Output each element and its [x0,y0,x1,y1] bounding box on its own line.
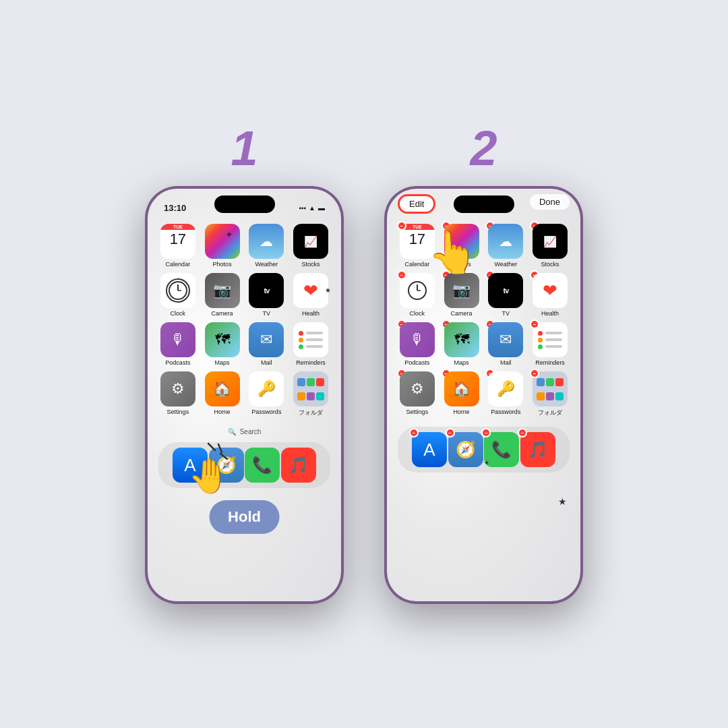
app-settings[interactable]: ⚙ Settings [158,371,198,417]
home-label: Home [214,408,231,415]
health-wrapper-2: − ❤ [533,273,568,308]
step1-wrapper: 1 13:10 ▪▪▪ ▲ ▬ ✦ ★ [145,124,344,604]
tv-wrapper-2: − tv [488,273,523,308]
app2-camera[interactable]: − 📷 Camera [442,273,481,317]
photos-label: Photos [213,261,232,268]
app-reminders[interactable]: Reminders [291,322,330,366]
tv-label: TV [263,310,271,317]
clock-face [166,278,190,303]
weather-label: Weather [255,261,278,268]
dock-phone[interactable]: 📞 [245,448,280,483]
wiggle-dot-cal: − [397,221,406,231]
clock-label: Clock [171,310,186,317]
reminder-bar-2 [306,338,323,341]
reminder-bar-1 [306,332,323,334]
dock-music[interactable]: 🎵 [281,448,316,483]
app-clock[interactable]: Clock [158,273,198,317]
app2-tv[interactable]: − tv TV [487,273,526,317]
sparkle-1: ✦ [225,229,233,240]
stocks-icon: 📈 [293,224,328,259]
done-button[interactable]: Done [530,194,570,210]
app2-clock[interactable]: − Clock [398,273,437,317]
dynamic-island-1 [214,195,275,213]
svg-line-4 [218,444,222,452]
hold-button[interactable]: Hold [209,500,280,534]
folder-label: フォルダ [299,408,323,417]
app2-reminders[interactable]: − [530,322,570,366]
settings-label: Settings [167,408,189,415]
tv-icon: tv [249,273,284,308]
app-passwords[interactable]: 🔑 Passwords [247,371,286,417]
app-podcasts[interactable]: 🎙 Podcasts [158,322,198,366]
phone1-screen: 13:10 ▪▪▪ ▲ ▬ ✦ ★ TUE 17 [148,189,341,601]
dock2-phone[interactable]: 📞 [484,432,519,467]
clock-icon [160,273,195,308]
clock-svg [168,280,188,301]
photos-icon [205,224,240,259]
app-weather[interactable]: ☁ Weather [247,224,286,268]
stocks-label: Stocks [302,261,320,268]
app-camera[interactable]: 📷 Camera [203,273,242,317]
app-home[interactable]: 🏠 Home [203,371,242,417]
app2-passwords[interactable]: − 🔑 Passwords [487,371,526,417]
passwords-label: Passwords [251,408,281,415]
home-icon-img: 🏠 [205,371,240,406]
app-folder[interactable]: フォルダ [291,371,330,417]
hand-cursor-1: 🤚 [181,440,235,497]
app2-podcasts[interactable]: − 🎙 Podcasts [398,322,437,366]
app-photos[interactable]: Photos [203,224,242,268]
weather-wrapper-2: − ☁ [488,224,523,259]
time-1: 13:10 [164,203,186,213]
app2-maps[interactable]: − 🗺 Maps [442,322,481,366]
point-hand-svg: 👆 [424,209,485,276]
reminder-line-2 [299,338,323,342]
health-icon: ❤ [293,273,328,308]
mini-app-2 [307,378,315,386]
reminders-icon [293,322,328,357]
reminder-bar-3 [306,345,323,348]
app-calendar[interactable]: TUE 17 Calendar [158,224,198,268]
app-mail[interactable]: ✉ Mail [247,322,286,366]
cal-date: 17 [170,230,186,249]
app2-mail[interactable]: − ✉ Mail [487,322,526,366]
app-tv[interactable]: tv TV [247,273,286,317]
mail-icon: ✉ [249,322,284,357]
calendar-icon: TUE 17 [160,224,195,259]
wifi-icon: ▲ [309,204,315,212]
mini-app-1 [297,378,305,386]
dock2-appstore[interactable]: A [412,432,447,467]
signal-icon: ▪▪▪ [299,204,306,212]
app-maps[interactable]: 🗺 Maps [203,322,242,366]
app2-health[interactable]: − ❤ Health [530,273,570,317]
step2-wrapper: 2 Edit Done 👆 [384,124,583,604]
app-stocks[interactable]: 📈 Stocks [291,224,330,268]
mini-app-5 [307,392,315,400]
reminders-label: Reminders [296,359,326,366]
app-health[interactable]: ❤ Health [291,273,330,317]
reminder-line-1 [299,331,323,336]
settings-icon: ⚙ [160,371,195,406]
svg-text:🤚: 🤚 [188,456,231,494]
reminder-dot-2 [299,338,303,342]
cal-day: TUE [160,224,195,230]
search-bar-1[interactable]: 🔍 Search [168,425,321,438]
dock2-safari[interactable]: 🧭 [448,432,483,467]
app2-weather[interactable]: − ☁ Weather [487,224,526,268]
app2-stocks[interactable]: − 📈 Stocks [530,224,570,268]
battery-icon: ▬ [318,204,325,212]
phone2: Edit Done 👆 − TUE [384,186,583,604]
maps-icon: 🗺 [205,322,240,357]
app2-home[interactable]: − 🏠 Home [442,371,481,417]
dock2-music[interactable]: 🎵 [520,432,555,467]
app2-settings[interactable]: − ⚙ Settings [398,371,437,417]
svg-line-3 [208,444,215,450]
podcasts-icon: 🎙 [160,322,195,357]
step2-number: 2 [470,124,497,173]
calendar-label: Calendar [166,261,191,268]
wiggle-dock-appstore: − [409,428,419,437]
reminder-dot-1 [299,331,303,336]
tv-text: tv [264,286,269,295]
app2-folder[interactable]: − フォルダ [530,371,570,417]
phone1: 13:10 ▪▪▪ ▲ ▬ ✦ ★ TUE 17 [145,186,344,604]
tutorial-container: 1 13:10 ▪▪▪ ▲ ▬ ✦ ★ [145,124,583,604]
